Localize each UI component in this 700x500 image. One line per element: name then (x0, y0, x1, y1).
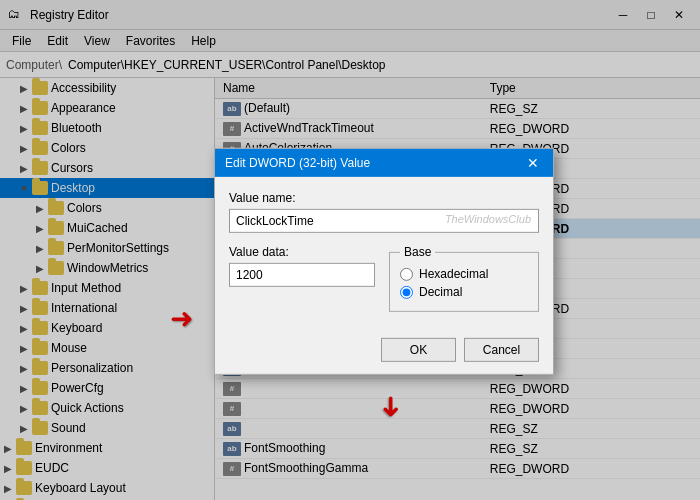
dialog-title-bar: Edit DWORD (32-bit) Value ✕ (215, 149, 553, 177)
hexadecimal-option[interactable]: Hexadecimal (400, 267, 528, 281)
decimal-option[interactable]: Decimal (400, 285, 528, 299)
value-data-label: Value data: (229, 245, 375, 259)
decimal-label: Decimal (419, 285, 462, 299)
dialog-close-button[interactable]: ✕ (523, 153, 543, 173)
base-fieldset: Base Hexadecimal Decimal (389, 245, 539, 312)
dialog-row-data-base: Value data: Base Hexadecimal Decimal (229, 245, 539, 312)
watermark-text: TheWindowsClub (445, 213, 531, 225)
dialog-buttons: OK Cancel (215, 332, 553, 374)
edit-dword-dialog: Edit DWORD (32-bit) Value ✕ Value name: … (214, 148, 554, 375)
base-col: Base Hexadecimal Decimal (389, 245, 539, 312)
ok-button[interactable]: OK (381, 338, 456, 362)
value-name-label: Value name: (229, 191, 539, 205)
cancel-button[interactable]: Cancel (464, 338, 539, 362)
base-legend: Base (400, 245, 435, 259)
dialog-value-data-col: Value data: (229, 245, 375, 312)
arrow-down-icon: ➜ (375, 395, 408, 418)
hexadecimal-label: Hexadecimal (419, 267, 488, 281)
decimal-radio[interactable] (400, 285, 413, 298)
arrow-left-icon: ➜ (170, 302, 193, 335)
dialog-body: Value name: TheWindowsClub Value data: B… (215, 177, 553, 332)
value-data-input[interactable] (229, 263, 375, 287)
hexadecimal-radio[interactable] (400, 267, 413, 280)
dialog-title: Edit DWORD (32-bit) Value (225, 156, 523, 170)
